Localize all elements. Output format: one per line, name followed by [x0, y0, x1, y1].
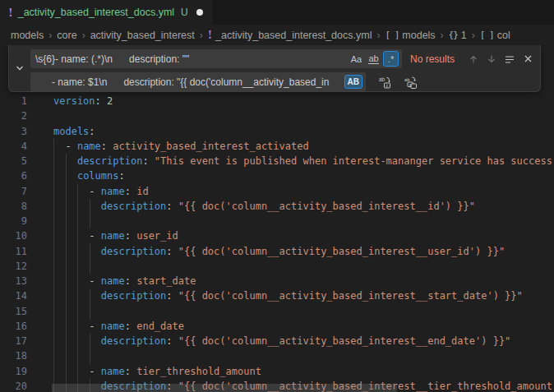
code-line[interactable]: columns: — [53, 168, 554, 183]
whole-word-toggle[interactable]: ab — [366, 51, 381, 67]
gutter: 1234567891011121314151617181920 — [0, 94, 33, 392]
breadcrumb-label: col — [497, 30, 510, 41]
breadcrumb-separator: › — [472, 30, 475, 41]
code-line[interactable]: - name: user_id — [53, 228, 554, 243]
breadcrumb-item-models[interactable]: models — [11, 30, 44, 41]
code-line[interactable] — [53, 304, 554, 319]
replace-input[interactable]: - name: $1\n description: "{{ doc('colum… — [30, 72, 366, 91]
breadcrumb-separator: › — [82, 30, 85, 41]
breadcrumb-item-core[interactable]: core — [57, 30, 76, 41]
close-icon — [523, 53, 533, 64]
arrow-down-icon — [486, 53, 497, 65]
breadcrumb-item-col[interactable]: [ ]col — [480, 30, 510, 41]
replace-all-button[interactable]: ab a — [402, 73, 420, 91]
find-input[interactable]: \s{6}- name: (.*)\n description: "" Aa a… — [30, 49, 402, 68]
code-line[interactable]: description: "{{ doc('column__activity_b… — [53, 244, 554, 259]
line-number: 10 — [0, 228, 33, 243]
line-number: 9 — [0, 214, 33, 228]
code-line[interactable]: version: 2 — [53, 94, 554, 108]
editor[interactable]: 1234567891011121314151617181920 version:… — [0, 45, 554, 392]
line-number: 6 — [0, 168, 33, 183]
tab-activity-docs-yml[interactable]: ! _activity_based_interest_docs.yml U — [0, 0, 214, 25]
find-in-selection-button[interactable] — [501, 50, 519, 68]
line-number: 16 — [0, 319, 33, 334]
line-number: 12 — [0, 259, 33, 274]
selection-lines-icon — [504, 53, 515, 65]
breadcrumb-label: _activity_based_interest_docs.yml — [215, 30, 372, 41]
find-row: \s{6}- name: (.*)\n description: "" Aa a… — [30, 49, 537, 68]
toggle-replace-button[interactable] — [9, 45, 30, 91]
code-line[interactable]: description: "{{ doc('column__activity_b… — [53, 288, 554, 303]
breadcrumb-label: 1 — [461, 30, 467, 41]
replace-all-icon: ab a — [404, 76, 418, 89]
yaml-icon: ! — [208, 30, 212, 41]
code-line[interactable]: description: "{{ doc('column__activity_b… — [53, 334, 554, 348]
code-line[interactable]: models: — [53, 124, 554, 139]
horizontal-scrollbar-thumb[interactable] — [52, 384, 397, 392]
object-icon: {} — [449, 30, 458, 40]
breadcrumb-label: models — [11, 30, 44, 41]
tab-filename: _activity_based_interest_docs.yml — [18, 7, 174, 18]
breadcrumb-separator: › — [48, 30, 52, 41]
next-match-button[interactable] — [482, 50, 501, 68]
breadcrumb: models›core›activity_based_interest›!_ac… — [0, 25, 554, 45]
indent-guide — [66, 154, 67, 392]
indent-guide — [77, 184, 78, 392]
line-number: 7 — [0, 184, 33, 199]
indent-guide — [53, 139, 54, 392]
breadcrumb-item-activity_based_interest[interactable]: activity_based_interest — [90, 30, 195, 41]
close-find-button[interactable] — [519, 50, 537, 68]
breadcrumb-label: models — [402, 30, 435, 41]
breadcrumb-separator: › — [441, 30, 444, 41]
breadcrumb-item-models[interactable]: [ ]models — [385, 30, 435, 41]
breadcrumb-label: activity_based_interest — [90, 30, 195, 41]
line-number: 17 — [0, 334, 33, 348]
replace-row: - name: $1\n description: "{{ doc('colum… — [30, 72, 537, 91]
code-line[interactable] — [53, 214, 554, 228]
code-line[interactable]: description: "This event is published wh… — [53, 154, 554, 168]
line-number: 4 — [0, 139, 33, 154]
indent-guide — [90, 334, 90, 364]
line-number: 2 — [0, 108, 33, 123]
previous-match-button[interactable] — [464, 50, 482, 68]
breadcrumb-separator: › — [376, 30, 380, 41]
line-number: 20 — [0, 379, 33, 392]
indent-guide — [90, 288, 90, 319]
line-number: 18 — [0, 348, 33, 363]
arrow-up-icon — [468, 53, 479, 65]
code-line[interactable] — [53, 348, 554, 363]
match-case-toggle[interactable]: Aa — [349, 51, 364, 67]
code-lines[interactable]: version: 2models: - name: activity_based… — [53, 94, 554, 392]
code-line[interactable]: - name: tier_threshold_amount — [53, 364, 554, 379]
line-number: 1 — [0, 94, 33, 108]
line-number: 3 — [0, 124, 33, 139]
code-line[interactable]: - name: activity_based_interest_activate… — [53, 139, 554, 154]
modified-dot-icon[interactable] — [196, 9, 203, 16]
replace-value-text: - name: $1\n description: "{{ doc('colum… — [35, 76, 344, 88]
code-line[interactable] — [53, 259, 554, 274]
find-results-count: No results — [410, 53, 455, 65]
line-number: 5 — [0, 154, 33, 168]
array-icon: [ ] — [385, 30, 399, 40]
breadcrumb-item-1[interactable]: {}1 — [449, 30, 467, 41]
code-line[interactable] — [53, 108, 554, 123]
svg-text:ab: ab — [404, 76, 410, 81]
code-line[interactable]: description: "{{ doc('column__activity_b… — [53, 199, 554, 214]
replace-icon: ab c — [378, 76, 391, 89]
chevron-down-icon — [14, 62, 25, 74]
code-line[interactable]: - name: end_date — [53, 319, 554, 334]
replace-button[interactable]: ab c — [376, 73, 394, 91]
line-number: 19 — [0, 364, 33, 379]
code-line[interactable]: - name: start_date — [53, 274, 554, 288]
indent-guide — [90, 199, 90, 229]
breadcrumb-item-_activity_based_interest_docs.yml[interactable]: !_activity_based_interest_docs.yml — [208, 30, 372, 41]
breadcrumb-separator: › — [200, 30, 203, 41]
indent-guide — [90, 244, 90, 274]
preserve-case-toggle[interactable]: AB — [344, 75, 362, 89]
find-replace-widget: \s{6}- name: (.*)\n description: "" Aa a… — [8, 45, 541, 92]
code-line[interactable]: - name: id — [53, 184, 554, 199]
regex-toggle[interactable]: .* — [383, 51, 399, 67]
find-query-text: \s{6}- name: (.*)\n description: "" — [35, 53, 347, 65]
vscode-window: ! _activity_based_interest_docs.yml U mo… — [0, 0, 554, 392]
svg-text:c: c — [386, 82, 389, 87]
